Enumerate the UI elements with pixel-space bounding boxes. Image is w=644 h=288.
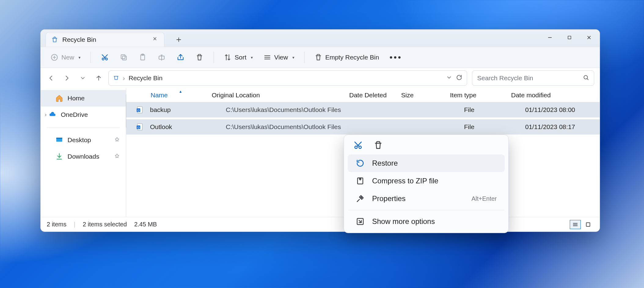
sidebar-item-home[interactable]: Home: [41, 90, 126, 106]
large-icons-view-button[interactable]: [583, 220, 594, 229]
sidebar-item-onedrive[interactable]: › OneDrive: [41, 106, 126, 123]
column-label: Item type: [450, 92, 476, 99]
minimize-button[interactable]: [541, 31, 559, 44]
up-button[interactable]: [94, 73, 104, 83]
tab-title: Recycle Bin: [62, 36, 96, 43]
svg-rect-11: [56, 138, 62, 139]
column-original-location[interactable]: Original Location: [212, 92, 349, 99]
column-label: Original Location: [212, 92, 260, 99]
more-button[interactable]: •••: [386, 50, 405, 65]
onedrive-icon: [49, 111, 57, 119]
recycle-bin-icon: [113, 74, 119, 82]
cell-name: backup: [150, 106, 226, 113]
context-label: Restore: [372, 159, 398, 167]
zip-icon: [356, 176, 365, 185]
file-row[interactable]: O Outlook C:\Users\lukas\Documents\Outlo…: [126, 119, 600, 136]
search-box[interactable]: Search Recycle Bin: [472, 70, 594, 86]
context-shortcut: Alt+Enter: [471, 195, 497, 202]
svg-rect-0: [568, 36, 571, 39]
copy-button[interactable]: [116, 50, 131, 65]
tab-recycle-bin[interactable]: Recycle Bin: [46, 32, 164, 47]
new-button[interactable]: New ▾: [47, 50, 84, 65]
column-headers: Name ▲ Original Location Date Deleted Si…: [126, 88, 600, 102]
column-label: Date modified: [511, 92, 551, 99]
body: Home › OneDrive Desktop Downloads: [41, 88, 600, 217]
context-delete-button[interactable]: [373, 140, 383, 150]
column-size[interactable]: Size: [401, 92, 450, 99]
downloads-icon: [55, 153, 63, 160]
refresh-button[interactable]: [456, 74, 463, 82]
close-window-button[interactable]: [580, 31, 598, 44]
delete-button[interactable]: [192, 50, 207, 65]
rename-button[interactable]: [154, 50, 169, 65]
view-button[interactable]: View ▾: [260, 50, 298, 65]
new-tab-button[interactable]: [172, 33, 186, 47]
cut-button[interactable]: [97, 50, 112, 65]
column-date-deleted[interactable]: Date Deleted: [349, 92, 401, 99]
cell-location: C:\Users\lukas\Documents\Outlook Files: [226, 123, 363, 131]
context-label: Properties: [372, 194, 405, 203]
file-rows: O backup C:\Users\lukas\Documents\Outloo…: [126, 102, 600, 136]
empty-label: Empty Recycle Bin: [325, 54, 379, 61]
svg-text:O: O: [137, 126, 140, 129]
svg-rect-18: [586, 223, 590, 226]
tab-close-button[interactable]: [152, 36, 157, 43]
context-cut-button[interactable]: [353, 140, 363, 150]
context-label: Show more options: [372, 217, 435, 226]
context-show-more[interactable]: Show more options: [348, 213, 505, 230]
column-label: Size: [401, 92, 414, 99]
column-item-type[interactable]: Item type: [450, 92, 511, 99]
outlook-file-icon: O: [136, 106, 145, 114]
sort-button[interactable]: Sort ▾: [221, 50, 256, 65]
new-label: New: [61, 54, 74, 61]
sort-asc-icon: ▲: [179, 89, 182, 94]
paste-button[interactable]: [135, 50, 150, 65]
column-name[interactable]: Name ▲: [151, 92, 212, 99]
sidebar-item-downloads[interactable]: Downloads: [41, 148, 126, 165]
navigation-row: › Recycle Bin Search Recycle Bin: [41, 68, 600, 88]
empty-recycle-bin-button[interactable]: Empty Recycle Bin: [311, 50, 382, 65]
properties-icon: [356, 194, 365, 203]
back-button[interactable]: [46, 73, 56, 83]
titlebar: Recycle Bin: [41, 30, 600, 47]
chevron-down-icon: ▾: [251, 55, 253, 60]
search-icon: [583, 74, 589, 82]
details-view-button[interactable]: [570, 220, 581, 229]
cell-name: Outlook: [150, 123, 226, 131]
separator: [90, 52, 91, 63]
chevron-right-icon[interactable]: ›: [45, 112, 46, 117]
sidebar: Home › OneDrive Desktop Downloads: [41, 88, 126, 217]
cell-modified: 01/11/2023 08:17: [525, 123, 600, 131]
nav-arrows: [46, 73, 104, 83]
context-restore[interactable]: Restore: [348, 154, 505, 172]
cell-type: File: [464, 123, 525, 131]
pin-icon: [114, 136, 120, 144]
recent-locations-button[interactable]: [78, 73, 88, 83]
address-dropdown-button[interactable]: [446, 74, 452, 82]
sidebar-label: Home: [68, 95, 85, 102]
maximize-button[interactable]: [561, 31, 578, 44]
context-compress[interactable]: Compress to ZIP file: [348, 172, 505, 190]
chevron-down-icon: ▾: [292, 55, 295, 60]
restore-icon: [356, 159, 365, 168]
forward-button[interactable]: [62, 73, 72, 83]
share-button[interactable]: [173, 50, 188, 65]
view-toggle: [570, 220, 594, 229]
sort-label: Sort: [235, 54, 247, 61]
separator: |: [74, 221, 75, 228]
separator: [348, 210, 504, 210]
file-row[interactable]: O backup C:\Users\lukas\Documents\Outloo…: [126, 102, 600, 119]
search-placeholder: Search Recycle Bin: [477, 74, 533, 82]
view-label: View: [274, 54, 288, 61]
chevron-down-icon: ▾: [79, 55, 81, 60]
breadcrumb-location[interactable]: Recycle Bin: [129, 74, 163, 82]
address-bar[interactable]: › Recycle Bin: [108, 70, 467, 86]
sidebar-item-desktop[interactable]: Desktop: [41, 132, 126, 148]
separator: [304, 52, 305, 63]
svg-point-22: [361, 197, 362, 198]
column-label: Date Deleted: [349, 92, 387, 99]
column-date-modified[interactable]: Date modified: [511, 92, 600, 99]
context-properties[interactable]: Properties Alt+Enter: [348, 190, 505, 207]
pin-icon: [114, 153, 120, 160]
window-controls: [541, 31, 598, 44]
